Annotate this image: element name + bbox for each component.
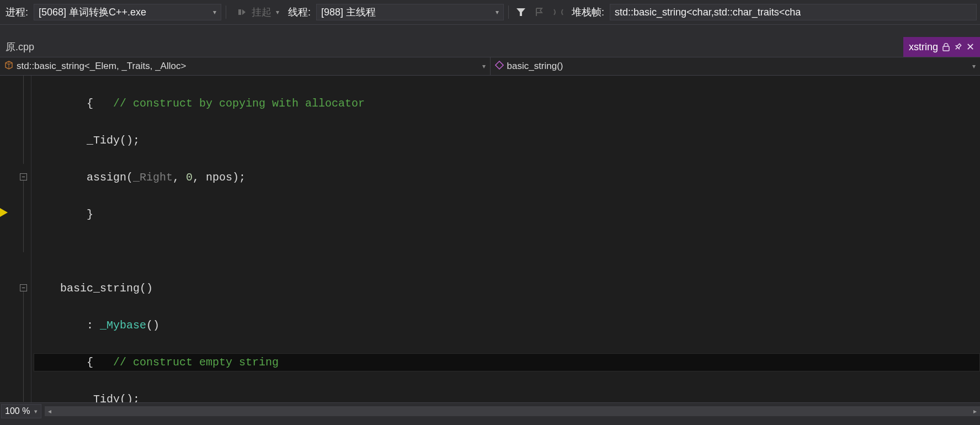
tab-label: 原.cpp — [6, 40, 34, 54]
editor-status-bar: 100 % ▾ ◂ ▸ — [0, 402, 980, 419]
fold-guide — [23, 180, 24, 252]
flag-icon[interactable] — [532, 4, 547, 20]
filter-icon[interactable] — [513, 4, 529, 20]
scope-combo[interactable]: std::basic_string<_Elem, _Traits, _Alloc… — [0, 57, 491, 75]
svg-marker-1 — [242, 9, 246, 15]
process-combo[interactable]: [5068] 单词转换C++.exe ▾ — [34, 4, 221, 20]
thread-label: 线程: — [286, 6, 313, 19]
suspend-label: 挂起 — [252, 6, 271, 19]
svg-rect-4 — [495, 61, 503, 68]
code-nav-bar: std::basic_string<_Elem, _Traits, _Alloc… — [0, 57, 980, 76]
tab-xstring[interactable]: xstring ✕ — [903, 37, 980, 57]
editor-gutter[interactable]: − − — [0, 76, 31, 402]
lock-icon — [942, 43, 950, 51]
stackframe-combo-value: std::basic_string<char,std::char_traits<… — [615, 7, 801, 18]
debug-toolbar: 进程: [5068] 单词转换C++.exe ▾ 挂起 ▾ 线程: [988] … — [0, 0, 980, 25]
toolbar-gap — [0, 25, 980, 37]
close-icon[interactable]: ✕ — [966, 41, 974, 53]
fold-guide — [23, 76, 24, 164]
zoom-combo[interactable]: 100 % ▾ — [1, 404, 41, 418]
scroll-left-icon[interactable]: ◂ — [45, 406, 55, 416]
process-combo-value: [5068] 单词转换C++.exe — [39, 6, 146, 19]
fold-guide — [23, 291, 24, 402]
chevron-down-icon: ▾ — [276, 8, 279, 16]
scope-value: std::basic_string<_Elem, _Traits, _Alloc… — [17, 61, 186, 72]
thread-combo-value: [988] 主线程 — [321, 6, 376, 19]
scroll-right-icon[interactable]: ▸ — [970, 406, 980, 416]
zoom-value: 100 % — [5, 406, 30, 416]
chevron-down-icon: ▾ — [496, 8, 499, 16]
stackframe-label: 堆栈帧: — [569, 6, 606, 19]
svg-rect-3 — [943, 46, 949, 51]
process-label: 进程: — [3, 6, 30, 19]
chevron-down-icon: ▾ — [34, 408, 38, 415]
svg-marker-2 — [516, 8, 525, 16]
chevron-down-icon: ▾ — [482, 62, 486, 70]
thread-group-icon[interactable] — [551, 4, 566, 20]
member-value: basic_string() — [507, 61, 563, 72]
separator — [226, 6, 226, 19]
code-editor[interactable]: − − { // construct by copying with alloc… — [0, 76, 980, 402]
pin-icon[interactable] — [954, 43, 962, 51]
suspend-button[interactable]: 挂起 ▾ — [231, 4, 283, 20]
horizontal-scrollbar[interactable]: ◂ ▸ — [45, 406, 980, 416]
suspend-icon — [234, 4, 249, 20]
tab-label: xstring — [909, 41, 938, 53]
current-line-arrow-icon — [0, 208, 8, 217]
chevron-down-icon: ▾ — [213, 8, 216, 16]
tab-source-cpp[interactable]: 原.cpp — [0, 37, 40, 57]
fold-toggle[interactable]: − — [20, 173, 27, 180]
class-icon — [4, 61, 13, 72]
stackframe-combo[interactable]: std::basic_string<char,std::char_traits<… — [610, 4, 977, 20]
method-icon — [495, 61, 504, 72]
chevron-down-icon: ▾ — [972, 62, 976, 70]
member-combo[interactable]: basic_string() ▾ — [491, 57, 981, 75]
code-text[interactable]: { // construct by copying with allocator… — [31, 76, 980, 402]
document-tab-row: 原.cpp xstring ✕ — [0, 37, 980, 57]
fold-toggle[interactable]: − — [20, 284, 27, 291]
thread-combo[interactable]: [988] 主线程 ▾ — [316, 4, 504, 20]
separator — [508, 6, 509, 19]
svg-rect-0 — [238, 9, 241, 15]
